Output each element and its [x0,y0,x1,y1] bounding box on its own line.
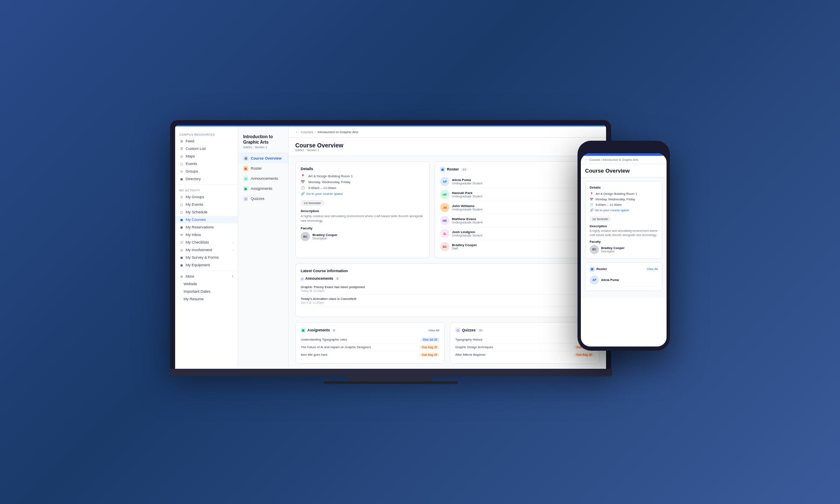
quizzes-header: ◎ Quizzes 10 View [455,328,594,333]
sidebar-item-my-courses[interactable]: ◼ My Courses [175,216,238,223]
faculty-label: Faculty [301,226,424,230]
sidebar-item-my-checklists[interactable]: ☑ My Checklists › [175,239,238,246]
course-nav-quizzes[interactable]: ◎ Quizzes [238,194,288,204]
assign-due-1: Due Aug 20 [420,345,439,349]
sidebar-item-groups[interactable]: ⊙ Groups [175,168,238,175]
sidebar-item-important-dates[interactable]: Important Dates [175,288,238,295]
sidebar-item-more[interactable]: ⊕ More ▾ [175,273,238,280]
phone-faculty-row: BC Bradley Cooper Description [590,245,658,254]
sidebar-section-activity: My Activity [175,186,238,193]
sidebar-item-my-resume[interactable]: My Resume [175,295,238,303]
roster-avatar-4: JL [440,229,449,238]
phone-roster-item-0: AP Alicia Puma [590,274,658,286]
faculty-info: Bradley Cooper Description [312,233,338,240]
sidebar-item-feed[interactable]: ⊞ Feed [175,137,238,145]
assignments-header-left: ▣ Assignments 8 [301,328,336,333]
phone-calendar-icon: 📅 [590,198,593,201]
clock-icon: 🕐 [301,186,306,190]
assign-due-2: Due Aug 29 [420,353,439,357]
involvement-arrow: › [233,249,234,252]
quiz-item-2: After Affects Beginner Due Aug 18 [455,351,594,358]
assignments-view-all[interactable]: View All [428,328,439,332]
roster-avatar-2: JW [440,203,449,212]
sidebar-item-my-events[interactable]: ◻ My Events [175,201,238,208]
my-schedule-icon: ◻ [179,210,184,214]
sidebar-item-website[interactable]: Website [175,280,238,288]
roster-card: ▣ Roster 21 View AP Alicia Puma [435,161,599,258]
quiz-item-1: Graphic Design techniques Due Aug 10 [455,344,594,351]
announcements-icon: ◎ [301,277,304,281]
events-icon: ◻ [179,162,184,166]
overview-icon: ⊞ [243,156,248,161]
ann-item-0: Graphic Theory Exam has been postponed T… [301,283,594,295]
description-label: Description [301,209,424,213]
quizzes-header-left: ◎ Quizzes 10 [455,328,484,333]
sidebar-item-my-equipment[interactable]: ◼ My Equipment [175,261,238,269]
maps-icon: ◎ [179,154,184,158]
course-nav-roster[interactable]: ▣ Roster [238,163,288,173]
more-arrow: ▾ [232,275,234,278]
phone-roster-view-all[interactable]: View All [647,267,658,271]
assign-item-1: The Future of AI and impact on Graphic D… [301,344,439,351]
phone-page-title: Course Overview [585,168,662,174]
sidebar-item-my-schedule[interactable]: ◻ My Schedule [175,208,238,216]
faculty-avatar: BC [301,232,310,241]
roster-info-4: Josh Lindgren Undergraduate Student [452,230,483,237]
roster-info-1: Hannah Park Undergraduate Student [452,191,483,198]
sidebar-item-events[interactable]: ◻ Events [175,160,238,168]
phone-link-icon: 🔗 [590,208,593,212]
content-body: Details 📍 Art & Design Building Room 1 📅… [289,156,606,263]
course-nav-overview[interactable]: ⊞ Course Overview [238,153,288,163]
ann-item-1: Today's Animation class is Cancelled! Ju… [301,295,594,307]
roster-header: ▣ Roster 21 View [440,167,594,172]
announcements-count: 8 [335,277,340,280]
phone-desc-label: Description [590,224,658,228]
assignments-card: ▣ Assignments 8 View All Understanding T… [295,322,445,364]
sidebar-item-my-groups[interactable]: ⊙ My Groups [175,193,238,201]
content-header: Course Overview GA001 · Section 1 [289,138,606,156]
breadcrumb: ← Courses / Introduction to Graphic Arts [289,126,606,138]
phone-roster-info-0: Alicia Puma [601,278,619,282]
page-title: Course Overview [295,142,599,149]
course-space-link[interactable]: 🔗 Go to your course space [301,192,424,196]
faculty-name: Bradley Cooper [312,233,338,237]
phone-time-row: 🕐 9:00am – 11:00am [590,203,658,207]
laptop-screen: Campus Resources ⊞ Feed ☰ Custom List ◎ … [175,125,606,369]
roster-info-2: John Williams Undergraduate Student [452,204,483,211]
phone-desc-text: A highly creative and stimulating enviro… [590,229,658,237]
phone-course-link[interactable]: 🔗 Go to your course space [590,208,658,212]
schedule-row: 📅 Monday, Wednesday, Friday [301,180,424,184]
quiz-item-0: Typography History Due Jul [455,336,594,344]
phone-roster-icon: ▣ [590,267,595,272]
description-text: A highly creative and stimulating enviro… [301,214,424,223]
my-survey-icon: ◼ [179,255,184,260]
announcements-title: Announcements [305,276,333,281]
course-nav-title: Introduction to Graphic Arts [243,134,283,145]
my-checklists-icon: ☑ [179,240,184,244]
assign-item-2: Item title goes here Due Aug 29 [301,351,439,358]
phone-faculty-avatar: BC [590,245,599,254]
laptop-device: Campus Resources ⊞ Feed ☰ Custom List ◎ … [170,120,611,384]
sidebar-item-directory[interactable]: ◼ Directory [175,175,238,183]
announcements-header: ◎ Announcements 8 [301,276,340,281]
latest-section: Latest Course information ◎ Announcement… [295,263,599,317]
phone-details-title: Details [590,186,658,189]
my-events-icon: ◻ [179,202,184,207]
list-icon: ☰ [179,147,184,151]
course-nav-assignments[interactable]: ▣ Assignments [238,184,288,194]
sidebar-item-my-inbox[interactable]: ✉ My Inbox [175,231,238,239]
sidebar-item-custom-list[interactable]: ☰ Custom List [175,145,238,152]
sidebar-item-maps[interactable]: ◎ Maps [175,152,238,160]
sidebar-item-my-reservations[interactable]: ◼ My Reservations [175,223,238,231]
assignments-title: Assignments [307,328,330,332]
phone-roster-avatar-0: AP [590,276,599,285]
course-nav-announcements[interactable]: ◎ Announcements [238,173,288,184]
sidebar-item-my-survey[interactable]: ◼ My Survey & Forms [175,254,238,261]
quizzes-icon: ◎ [243,196,248,201]
sidebar-item-my-involvement[interactable]: ◎ My Involvement › [175,246,238,254]
faculty-row: BC Bradley Cooper Description [301,232,424,241]
directory-icon: ◼ [179,177,184,181]
feed-icon: ⊞ [179,139,184,143]
link-icon: 🔗 [301,192,305,196]
my-courses-icon: ◼ [179,218,184,222]
